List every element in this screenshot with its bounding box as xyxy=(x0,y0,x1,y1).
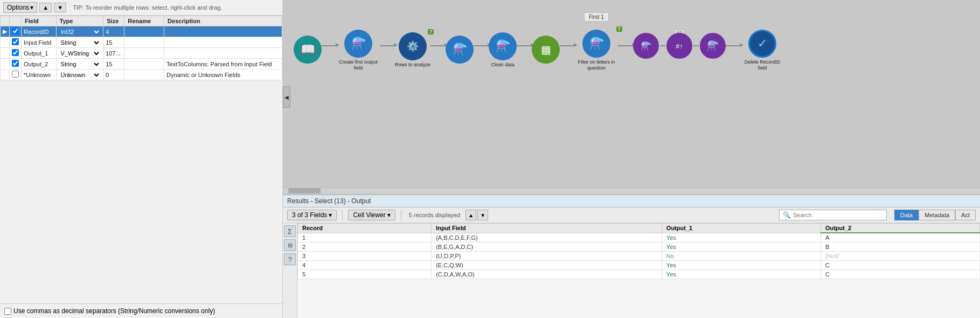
fields-dropdown-button[interactable]: 3 of 3 Fields ▾ xyxy=(287,210,337,220)
table-row[interactable]: 5 (C,D,A,W,A,O) Yes C xyxy=(298,270,980,279)
options-button[interactable]: Options ▾ xyxy=(3,2,37,13)
nav-down-button[interactable]: ▼ xyxy=(477,210,488,220)
row-type-cell[interactable]: Unknown xyxy=(56,70,103,80)
node-circle[interactable]: ⚗️ xyxy=(344,30,372,58)
workflow-node-filter[interactable]: T ⚗️ First 1 Filter on letters in questi… xyxy=(575,30,618,71)
record-cell: 3 xyxy=(298,252,432,261)
record-cell: 2 xyxy=(298,243,432,252)
node-circle[interactable]: ⚗️ xyxy=(633,33,659,59)
node-cluster: ⚗️ #2 #↑ ⚗️ xyxy=(633,33,726,59)
tab-act[interactable]: Act xyxy=(955,210,976,220)
node-circle[interactable]: ✓ xyxy=(748,30,776,58)
node-circle[interactable]: ⚗️ xyxy=(489,32,517,60)
row-checkbox[interactable] xyxy=(12,60,19,67)
table-row[interactable]: 4 (E,C,Q,W) Yes C xyxy=(298,261,980,270)
row-checkbox[interactable] xyxy=(12,27,19,34)
table-row[interactable]: 2 (B,E,G,A,D,C) Yes B xyxy=(298,243,980,252)
collapse-panel-btn[interactable]: ◀ xyxy=(283,86,290,108)
node-circle[interactable]: 📖 xyxy=(294,36,322,64)
rename-input[interactable] xyxy=(127,50,159,57)
search-box[interactable]: 🔍 xyxy=(779,210,887,220)
table-row[interactable]: Input Field String 15 xyxy=(1,37,282,48)
row-checkbox[interactable] xyxy=(12,38,19,45)
row-check-cell[interactable] xyxy=(10,70,22,80)
workflow-node-input[interactable]: 📖 xyxy=(294,36,322,65)
connector xyxy=(380,45,395,46)
row-rename-cell[interactable] xyxy=(124,37,164,48)
data-table: Record Input Field Output_1 Output_2 1 (… xyxy=(297,223,980,279)
cell-viewer-button[interactable]: Cell Viewer ▾ xyxy=(348,210,395,220)
workflow-node-table[interactable]: ▦ xyxy=(532,36,560,65)
rename-input[interactable] xyxy=(127,29,159,35)
decimal-separator-label[interactable]: Use commas as decimal separators (String… xyxy=(4,307,278,315)
nav-up-button[interactable]: ▲ xyxy=(465,210,476,220)
table-row[interactable]: ▶ RecordID Int32 4 xyxy=(1,26,282,37)
input-field-cell: (B,E,G,A,D,C) xyxy=(432,243,662,252)
node-circle[interactable]: ⚙️ xyxy=(399,32,427,60)
tab-metadata[interactable]: Metadata xyxy=(919,210,955,220)
row-rename-cell[interactable] xyxy=(124,48,164,59)
row-field-cell: Output_1 xyxy=(22,48,57,59)
hscroll-thumb[interactable] xyxy=(288,188,321,193)
row-type-select[interactable]: Unknown xyxy=(59,71,101,79)
row-type-cell[interactable]: String xyxy=(56,37,103,48)
workflow-node-purple1[interactable]: ⚗️ xyxy=(633,33,659,59)
row-type-cell[interactable]: String xyxy=(56,59,103,70)
row-check-cell[interactable] xyxy=(10,48,22,59)
workflow-node-purple3[interactable]: ⚗️ xyxy=(700,33,726,59)
node-circle[interactable]: ▦ xyxy=(532,36,560,64)
table-row[interactable]: Output_2 String 15 TextToColumns: Parsed… xyxy=(1,59,282,70)
workflow-node-clean[interactable]: ⚗️ Clean data xyxy=(489,32,517,68)
connector xyxy=(322,45,337,46)
row-check-cell[interactable] xyxy=(10,59,22,70)
tab-data[interactable]: Data xyxy=(894,210,919,220)
record-cell: 5 xyxy=(298,270,432,279)
row-check-cell[interactable] xyxy=(10,37,22,48)
col-check-header xyxy=(10,16,22,26)
output2-cell: B xyxy=(821,243,979,252)
row-checkbox[interactable] xyxy=(12,71,19,78)
rename-input[interactable] xyxy=(127,61,159,67)
row-type-select[interactable]: String xyxy=(59,60,101,68)
rename-input[interactable] xyxy=(127,72,159,78)
collapse-icon[interactable]: ◀ xyxy=(283,86,290,108)
row-type-cell[interactable]: V_WString xyxy=(56,48,103,59)
search-input[interactable] xyxy=(793,212,879,218)
move-up-button[interactable]: ▲ xyxy=(39,3,52,12)
table-row[interactable]: 1 (A,B,C,D,E,F,G) Yes A xyxy=(298,233,980,243)
table-icon-btn[interactable]: ⊞ xyxy=(284,239,296,251)
sum-icon-btn[interactable]: Σ xyxy=(284,225,296,237)
row-type-select[interactable]: V_WString xyxy=(59,50,101,57)
hscroll-bar[interactable] xyxy=(283,188,980,194)
move-down-button[interactable]: ▼ xyxy=(54,3,66,12)
row-check-cell[interactable] xyxy=(10,26,22,37)
row-checkbox[interactable] xyxy=(12,49,19,56)
node-circle[interactable]: ⚗️ xyxy=(700,33,726,59)
row-type-select[interactable]: String xyxy=(59,39,101,46)
row-type-select[interactable]: Int32 xyxy=(59,28,101,36)
workflow-node-flask2[interactable]: ⚗️ xyxy=(446,36,474,65)
node-circle[interactable]: #↑ xyxy=(666,33,692,59)
workflow-node-rows-analyze[interactable]: 7 ⚙️ Rows to analyze xyxy=(395,32,430,68)
table-row[interactable]: Output_1 V_WString 107... xyxy=(1,48,282,59)
row-type-cell[interactable]: Int32 xyxy=(56,26,103,37)
first1-label: First 1 xyxy=(584,12,609,22)
rename-input[interactable] xyxy=(127,39,159,46)
node-circle[interactable]: ⚗️ xyxy=(446,36,474,64)
row-rename-cell[interactable] xyxy=(124,59,164,70)
connector xyxy=(726,45,741,46)
row-rename-cell[interactable] xyxy=(124,70,164,80)
workflow-node-create-output[interactable]: ⚗️ Create first output field xyxy=(337,30,380,71)
data-table-wrap[interactable]: Record Input Field Output_1 Output_2 1 (… xyxy=(297,223,980,318)
help-icon-btn[interactable]: ? xyxy=(284,253,296,265)
workflow-node-purple2[interactable]: #2 #↑ xyxy=(666,33,692,59)
workflow-node-delete-recordid[interactable]: ✓ Delete RecordID field xyxy=(741,30,784,71)
node-circle[interactable]: ⚗️ xyxy=(582,30,610,58)
decimal-separator-checkbox[interactable] xyxy=(4,308,11,315)
row-rename-cell[interactable] xyxy=(124,26,164,37)
record-cell: 4 xyxy=(298,261,432,270)
table-row[interactable]: *Unknown Unknown 0 Dynamic or Unknown Fi… xyxy=(1,70,282,80)
toolbar: Options ▾ ▲ ▼ TIP: To reorder multiple r… xyxy=(0,0,282,16)
results-toolbar: 3 of 3 Fields ▾ Cell Viewer ▾ 5 records … xyxy=(283,208,980,223)
table-row[interactable]: 3 (U,O,P,P) No [Null] xyxy=(298,252,980,261)
